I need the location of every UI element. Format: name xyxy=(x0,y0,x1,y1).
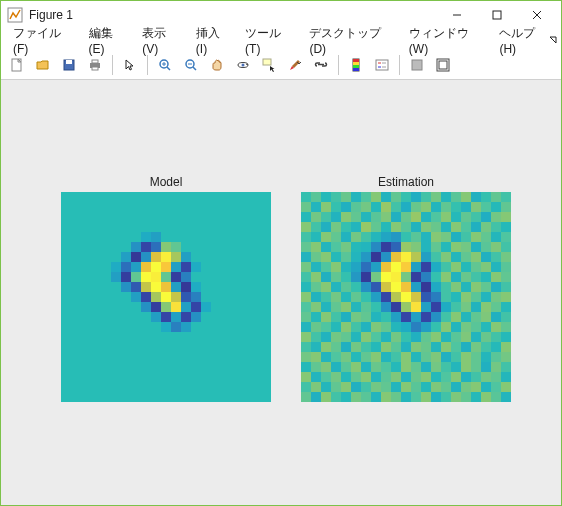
heatmap-cell xyxy=(181,322,191,332)
menu-insert[interactable]: 挿入(I) xyxy=(188,23,237,58)
heatmap-cell xyxy=(71,302,81,312)
heatmap-cell xyxy=(421,202,431,212)
heatmap-cell xyxy=(421,222,431,232)
heatmap-cell xyxy=(371,242,381,252)
heatmap-cell xyxy=(321,292,331,302)
heatmap-cell xyxy=(151,342,161,352)
heatmap-cell xyxy=(71,272,81,282)
heatmap-cell xyxy=(331,262,341,272)
heatmap-cell xyxy=(181,292,191,302)
heatmap-cell xyxy=(401,372,411,382)
heatmap-cell xyxy=(321,332,331,342)
heatmap-cell xyxy=(121,342,131,352)
heatmap-cell xyxy=(381,242,391,252)
menu-desktop[interactable]: デスクトップ(D) xyxy=(301,23,400,58)
heatmap-cell xyxy=(311,282,321,292)
heatmap-cell xyxy=(431,362,441,372)
heatmap-cell xyxy=(471,262,481,272)
heatmap-cell xyxy=(501,372,511,382)
heatmap-cell xyxy=(501,192,511,202)
more-menu-icon[interactable] xyxy=(549,33,557,47)
heatmap-cell xyxy=(141,322,151,332)
heatmap-cell xyxy=(391,242,401,252)
heatmap-cell xyxy=(121,382,131,392)
heatmap-cell xyxy=(121,302,131,312)
heatmap-cell xyxy=(331,352,341,362)
heatmap-cell xyxy=(141,242,151,252)
heatmap-cell xyxy=(231,322,241,332)
heatmap-cell xyxy=(241,242,251,252)
heatmap-cell xyxy=(111,342,121,352)
menu-help[interactable]: ヘルプ(H) xyxy=(491,23,557,58)
heatmap-cell xyxy=(261,272,271,282)
heatmap-cell xyxy=(111,312,121,322)
heatmap-cell xyxy=(181,302,191,312)
heatmap-cell xyxy=(161,372,171,382)
heatmap-cell xyxy=(351,362,361,372)
menu-view[interactable]: 表示(V) xyxy=(134,23,188,58)
heatmap-cell xyxy=(91,212,101,222)
heatmap-cell xyxy=(441,292,451,302)
heatmap-cell xyxy=(251,282,261,292)
heatmap-cell xyxy=(241,362,251,372)
heatmap-cell xyxy=(361,392,371,402)
menu-window[interactable]: ウィンドウ(W) xyxy=(401,23,492,58)
heatmap-cell xyxy=(491,382,501,392)
heatmap-cell xyxy=(331,202,341,212)
heatmap-cell xyxy=(71,362,81,372)
heatmap-cell xyxy=(171,312,181,322)
heatmap-cell xyxy=(101,392,111,402)
figure-area[interactable]: Model Estimation xyxy=(1,80,561,505)
heatmap-cell xyxy=(61,232,71,242)
heatmap-estimation[interactable] xyxy=(301,192,511,402)
heatmap-cell xyxy=(91,282,101,292)
menu-tools[interactable]: ツール(T) xyxy=(237,23,301,58)
heatmap-cell xyxy=(371,312,381,322)
heatmap-cell xyxy=(411,322,421,332)
heatmap-cell xyxy=(321,252,331,262)
heatmap-cell xyxy=(321,232,331,242)
heatmap-cell xyxy=(71,392,81,402)
heatmap-cell xyxy=(311,302,321,312)
axes-title-model: Model xyxy=(61,175,271,189)
heatmap-cell xyxy=(131,332,141,342)
heatmap-cell xyxy=(341,282,351,292)
heatmap-cell xyxy=(461,242,471,252)
heatmap-cell xyxy=(151,262,161,272)
heatmap-cell xyxy=(161,312,171,322)
heatmap-model[interactable] xyxy=(61,192,271,402)
heatmap-cell xyxy=(491,212,501,222)
menu-edit[interactable]: 編集(E) xyxy=(81,23,135,58)
heatmap-cell xyxy=(401,232,411,242)
toolbar-separator xyxy=(147,55,148,75)
heatmap-cell xyxy=(481,292,491,302)
heatmap-cell xyxy=(431,242,441,252)
heatmap-cell xyxy=(131,392,141,402)
heatmap-cell xyxy=(101,192,111,202)
heatmap-cell xyxy=(201,272,211,282)
heatmap-cell xyxy=(71,252,81,262)
heatmap-cell xyxy=(501,252,511,262)
toolbar-separator xyxy=(112,55,113,75)
heatmap-cell xyxy=(471,292,481,302)
heatmap-cell xyxy=(81,212,91,222)
heatmap-cell xyxy=(411,312,421,322)
heatmap-cell xyxy=(401,242,411,252)
heatmap-cell xyxy=(341,382,351,392)
heatmap-cell xyxy=(101,242,111,252)
heatmap-cell xyxy=(331,232,341,242)
heatmap-cell xyxy=(191,372,201,382)
menu-file[interactable]: ファイル(F) xyxy=(5,23,81,58)
heatmap-cell xyxy=(121,392,131,402)
heatmap-cell xyxy=(261,282,271,292)
heatmap-cell xyxy=(381,282,391,292)
heatmap-cell xyxy=(251,232,261,242)
heatmap-cell xyxy=(441,222,451,232)
heatmap-cell xyxy=(401,342,411,352)
heatmap-cell xyxy=(261,342,271,352)
heatmap-cell xyxy=(391,392,401,402)
heatmap-cell xyxy=(401,272,411,282)
heatmap-cell xyxy=(391,372,401,382)
heatmap-cell xyxy=(491,352,501,362)
heatmap-cell xyxy=(491,302,501,312)
